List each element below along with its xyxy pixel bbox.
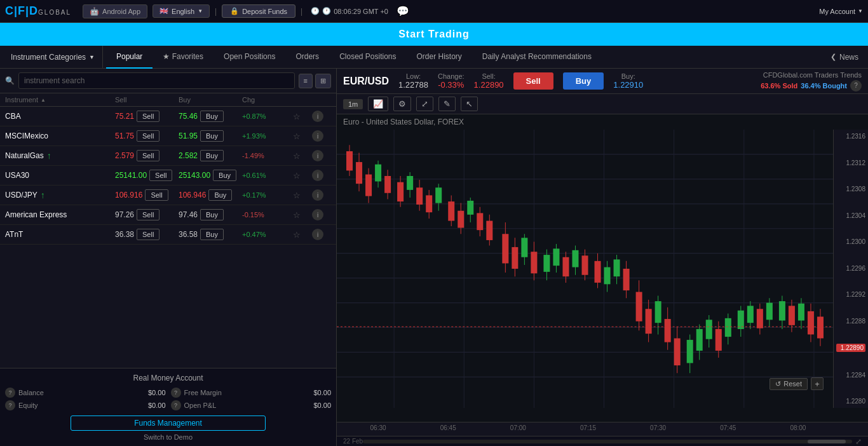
line-chart-tool[interactable]: 📈 — [368, 97, 388, 111]
switch-to-demo-link[interactable]: Switch to Demo — [5, 433, 331, 441]
tab-open-positions[interactable]: Open Positions — [214, 46, 285, 69]
crosshair-tool[interactable]: ⤢ — [416, 97, 433, 111]
col-instrument-header[interactable]: Instrument — [5, 96, 115, 104]
buy-button[interactable]: Buy — [200, 229, 224, 240]
svg-rect-80 — [665, 319, 671, 342]
flag-icon: 🇬🇧 — [159, 7, 168, 15]
svg-rect-38 — [448, 201, 454, 220]
svg-rect-50 — [512, 247, 518, 269]
pair-name: EUR/USD — [343, 76, 389, 87]
sell-button[interactable]: Sell — [137, 150, 159, 161]
zoom-in-button[interactable]: + — [811, 377, 824, 390]
svg-rect-86 — [696, 329, 703, 351]
info-button[interactable]: i — [312, 130, 323, 142]
grid-view-button[interactable]: ⊞ — [315, 74, 331, 88]
list-view-button[interactable]: ≡ — [299, 74, 313, 88]
sell-cell: 51.75 Sell — [115, 130, 179, 142]
buy-button[interactable]: Buy — [200, 111, 224, 122]
language-selector[interactable]: 🇬🇧 English — [153, 4, 210, 18]
favorite-button[interactable]: ☆ — [293, 171, 312, 180]
buy-button[interactable]: Buy — [213, 170, 236, 181]
table-row[interactable]: USA30 25141.00 Sell 25143.00 Buy +0.61% … — [0, 166, 336, 186]
nav-tabs: Instrument Categories Popular ★ Favorite… — [0, 46, 868, 69]
table-row[interactable]: MSCIMexico 51.75 Sell 51.95 Buy +1.93% ☆… — [0, 126, 336, 146]
scrollbar-thumb[interactable] — [808, 440, 846, 443]
info-button[interactable]: i — [312, 111, 323, 122]
android-app-button[interactable]: Android App — [83, 4, 147, 18]
low-label: Low: — [406, 72, 421, 80]
sell-button[interactable]: Sell — [137, 229, 159, 240]
favorite-button[interactable]: ☆ — [293, 112, 312, 121]
deposit-funds-button[interactable]: Deposit Funds — [222, 4, 295, 18]
table-row[interactable]: CBA 75.21 Sell 75.46 Buy +0.87% ☆ i — [0, 107, 336, 126]
buy-button[interactable]: Buy — [200, 209, 224, 220]
col-buy-header: Buy — [179, 96, 242, 104]
instrument-categories-dropdown[interactable]: Instrument Categories — [3, 46, 103, 69]
table-row[interactable]: USD/JPY ↑ 106.916 Sell 106.946 Buy +0.17… — [0, 186, 336, 205]
table-row[interactable]: NaturalGas ↑ 2.579 Sell 2.582 Buy -1.49%… — [0, 146, 336, 166]
sold-percentage: 63.6% Sold — [761, 82, 797, 90]
col-sell-header: Sell — [115, 96, 179, 104]
svg-rect-56 — [543, 255, 550, 272]
reset-button[interactable]: ↺ Reset — [770, 378, 808, 390]
favorite-button[interactable]: ☆ — [293, 210, 312, 220]
svg-rect-48 — [502, 234, 508, 263]
chat-icon[interactable]: 💬 — [393, 5, 412, 17]
favorite-button[interactable]: ☆ — [293, 191, 312, 200]
sell-button[interactable]: Sell — [137, 130, 159, 142]
cursor-tool[interactable]: ↖ — [461, 97, 478, 111]
favorite-button[interactable]: ☆ — [293, 132, 312, 141]
sell-action-button[interactable]: Sell — [513, 72, 553, 90]
open-pl-help-button[interactable]: ? — [171, 400, 181, 410]
favorite-button[interactable]: ☆ — [293, 230, 312, 240]
tab-popular[interactable]: Popular — [106, 46, 153, 69]
svg-rect-58 — [553, 248, 559, 266]
free-margin-help-button[interactable]: ? — [171, 388, 181, 398]
buy-button[interactable]: Buy — [200, 150, 224, 161]
balance-help-button[interactable]: ? — [5, 388, 15, 398]
tab-daily-analyst[interactable]: Daily Analyst Recommendations — [472, 46, 602, 69]
left-panel: 🔍 ≡ ⊞ Instrument Sell Buy Chg CBA — [0, 69, 337, 446]
price-axis: 1.2316 1.2312 1.2308 1.2304 1.2300 1.229… — [833, 130, 868, 408]
svg-rect-102 — [779, 301, 785, 320]
tab-order-history[interactable]: Order History — [407, 46, 472, 69]
favorite-button[interactable]: ☆ — [293, 151, 312, 161]
info-button[interactable]: i — [312, 189, 323, 201]
buy-button[interactable]: Buy — [208, 189, 232, 201]
buy-button[interactable]: Buy — [200, 130, 224, 142]
equity-help-button[interactable]: ? — [5, 400, 15, 410]
sell-button[interactable]: Sell — [137, 111, 159, 122]
info-button[interactable]: i — [312, 229, 323, 240]
info-button[interactable]: i — [312, 170, 323, 181]
sell-button[interactable]: Sell — [137, 209, 159, 220]
table-row[interactable]: American Express 97.26 Sell 97.46 Buy -0… — [0, 205, 336, 225]
tab-favorites[interactable]: ★ Favorites — [153, 46, 214, 69]
timeframe-button[interactable]: 1m — [343, 99, 363, 109]
sell-button[interactable]: Sell — [145, 189, 168, 201]
table-row[interactable]: ATnT 36.38 Sell 36.58 Buy +0.47% ☆ i — [0, 225, 336, 245]
my-account-button[interactable]: My Account — [819, 8, 863, 15]
scrollbar-area[interactable]: 22 Feb ⤢ — [337, 436, 868, 446]
settings-tool[interactable]: ⚙ — [393, 97, 411, 111]
chart-header: EUR/USD Low: 1.22788 Change: -0.33% Sell… — [337, 69, 868, 94]
funds-management-button[interactable]: Funds Management — [71, 416, 266, 431]
account-section: Real Money Account ? Balance $0.00 ? Fre… — [0, 368, 336, 446]
sell-cell: 75.21 Sell — [115, 111, 179, 122]
info-button[interactable]: i — [312, 150, 323, 161]
pencil-tool[interactable]: ✎ — [438, 97, 456, 111]
news-tab[interactable]: News — [824, 53, 865, 62]
start-trading-label: Start Trading — [398, 29, 470, 40]
trends-help-button[interactable]: ? — [850, 80, 862, 91]
chart-area[interactable]: 1.2316 1.2312 1.2308 1.2304 1.2300 1.229… — [337, 130, 868, 422]
tab-orders[interactable]: Orders — [285, 46, 329, 69]
logo: C|F|DGLOBAL — [5, 4, 71, 18]
sell-button[interactable]: Sell — [149, 170, 172, 181]
expand-icon[interactable]: ⤢ — [855, 437, 862, 446]
scrollbar-track[interactable] — [363, 440, 852, 443]
tab-closed-positions[interactable]: Closed Positions — [329, 46, 406, 69]
info-button[interactable]: i — [312, 209, 323, 220]
tab-favorites-label: ★ Favorites — [163, 52, 203, 61]
search-input[interactable] — [18, 72, 295, 89]
buy-action-button[interactable]: Buy — [563, 72, 604, 90]
start-trading-bar[interactable]: Start Trading — [0, 23, 868, 46]
